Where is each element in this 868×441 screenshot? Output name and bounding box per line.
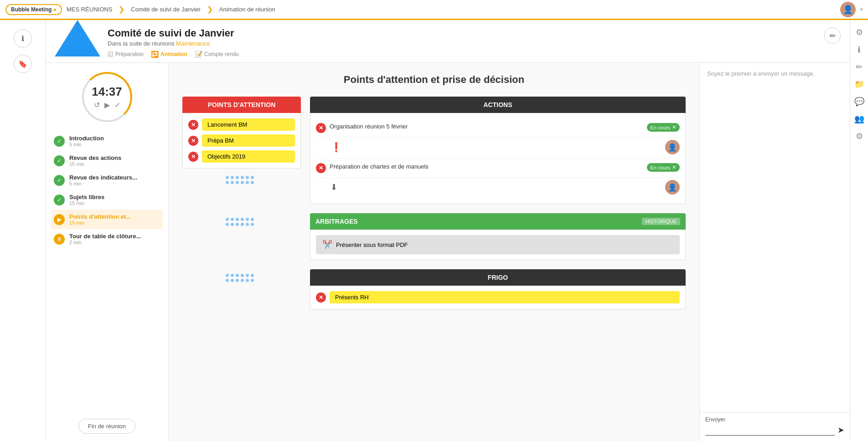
info-button[interactable]: ℹ: [14, 29, 32, 47]
nav-mes-reunions[interactable]: MES RÉUNIONS: [67, 6, 112, 13]
timer-display: 14:37: [92, 85, 122, 99]
attention-item-2: ✕ Prépa BM: [188, 134, 295, 147]
action-text-1: Organisation réunion 5 février: [330, 123, 643, 130]
top-navigation: Bubble Meeting ● MES RÉUNIONS ❯ Comité d…: [0, 0, 868, 20]
agenda-item-2[interactable]: ✓ Revue des actions 15 min: [51, 151, 163, 170]
dots-decoration-1: [226, 176, 258, 184]
agenda-item-title-5: Points d'attention et...: [69, 213, 160, 220]
main-content-title: Points d'attention et prise de décision: [182, 74, 686, 86]
timer-play-button[interactable]: ▶: [104, 101, 110, 109]
agenda-item-4[interactable]: ✓ Sujets libres 15 min: [51, 190, 163, 210]
chat-placeholder: Soyez le premier à envoyer un message.: [707, 70, 815, 77]
right-icons-panel: ⚙ ℹ ✏ 📁 💬 👥 ⚙: [850, 20, 868, 441]
agenda-check-1: ✓: [54, 136, 65, 147]
arb-text-1: Présenter sous format PDF: [336, 241, 408, 248]
edit-panel-icon[interactable]: ✏: [856, 62, 863, 72]
dots-decoration-3: [182, 269, 301, 309]
edit-button[interactable]: ✏: [824, 27, 841, 44]
actions-body: ✕ Organisation réunion 5 février En cour…: [310, 113, 686, 204]
agenda-item-time-5: 15 min: [69, 220, 160, 226]
action-warning-1: ❗: [331, 142, 342, 153]
left-sidebar: ℹ 🔖: [0, 20, 46, 441]
user-avatar[interactable]: 👤: [840, 2, 856, 17]
tab-preparation[interactable]: ☑ Préparation: [108, 51, 144, 58]
frigo-x-1: ✕: [316, 292, 326, 303]
main-row-1: POINTS D'ATTENTION ✕ Lancement BM ✕ Prép…: [182, 97, 686, 204]
arbitrages-panel: ARBITRAGES HISTORIQUE ✂️ Présenter sous …: [310, 213, 686, 260]
x-icon-1: ✕: [188, 120, 198, 130]
agenda-item-title-4: Sujets libres: [69, 194, 160, 200]
main-content: Points d'attention et prise de décision …: [169, 63, 699, 441]
attention-item-1: ✕ Lancement BM: [188, 118, 295, 131]
nav-animation[interactable]: Animation de réunion: [219, 6, 275, 13]
action-item-1: ✕ Organisation réunion 5 février En cour…: [316, 118, 680, 138]
agenda-check-6: ⏸: [54, 234, 65, 245]
frigo-panel: FRIGO ✕ Présents RH: [310, 269, 686, 309]
chat-panel: Soyez le premier à envoyer un message. E…: [699, 63, 850, 441]
attention-label-2: Prépa BM: [202, 134, 295, 147]
main-row-3: FRIGO ✕ Présents RH: [182, 269, 686, 309]
fin-reunion-button[interactable]: Fin de réunion: [78, 419, 135, 434]
folder-icon[interactable]: 📁: [854, 79, 864, 89]
suite-link[interactable]: Maintenance: [176, 40, 210, 47]
action-badge-1: En cours ✕: [647, 123, 680, 132]
meeting-title: Comité de suivi de Janvier: [108, 27, 239, 39]
meeting-tabs: ☑ Préparation 🔁 Animation 📝 Compte rendu: [108, 51, 239, 58]
timer-circle: 14:37 ↺ ▶ ✓: [82, 72, 132, 122]
attention-header: POINTS D'ATTENTION: [182, 97, 301, 113]
agenda-item-1[interactable]: ✓ Introduction 5 min: [51, 131, 163, 151]
app-logo[interactable]: Bubble Meeting ●: [5, 4, 62, 15]
center-panel: Comité de suivi de Janvier Dans la suite…: [46, 20, 850, 441]
timer-check-button[interactable]: ✓: [114, 101, 120, 109]
agenda-check-3: ✓: [54, 175, 65, 186]
x-icon-3: ✕: [188, 152, 198, 162]
meeting-subtitle: Dans la suite de réunions Maintenance: [108, 40, 239, 47]
nav-sep-2: ❯: [207, 5, 213, 14]
attention-label-3: Objectifs 2019: [202, 150, 295, 163]
frigo-label-1: Présents RH: [330, 291, 680, 303]
attention-panel: POINTS D'ATTENTION ✕ Lancement BM ✕ Prép…: [182, 97, 301, 169]
agenda-item-time-2: 15 min: [69, 161, 160, 167]
nav-comite[interactable]: Comité de suivi de Janvier: [131, 6, 200, 13]
x-icon-2: ✕: [188, 136, 198, 146]
chat-input-field[interactable]: [705, 425, 835, 436]
meeting-header: Comité de suivi de Janvier Dans la suite…: [46, 20, 850, 63]
gear-icon[interactable]: ⚙: [856, 131, 863, 141]
action-avatar-2: 👤: [665, 180, 680, 195]
agenda-item-time-4: 15 min: [69, 200, 160, 206]
action-download-2[interactable]: ⬇: [331, 182, 337, 192]
group-icon[interactable]: 👥: [854, 114, 864, 124]
agenda-check-4: ✓: [54, 195, 65, 205]
agenda-check-2: ✓: [54, 155, 65, 166]
chat-send-button[interactable]: ➤: [837, 425, 844, 435]
chat-icon[interactable]: 💬: [854, 97, 864, 107]
main-layout: ℹ 🔖 Comité de suivi de Janvier Dans la s…: [0, 20, 868, 441]
arbitrages-title: ARBITRAGES: [315, 218, 358, 225]
bookmark-button[interactable]: 🔖: [14, 55, 32, 73]
content-area: 14:37 ↺ ▶ ✓ ✓ Introduction 5 min: [46, 63, 850, 441]
arb-item-1: ✂️ Présenter sous format PDF: [316, 235, 680, 254]
agenda-item-6[interactable]: ⏸ Tour de table de clôture... 2 min: [51, 229, 163, 249]
info-icon[interactable]: ℹ: [858, 45, 861, 55]
left-col-decor: POINTS D'ATTENTION ✕ Lancement BM ✕ Prép…: [182, 97, 301, 204]
frigo-header: FRIGO: [310, 269, 686, 286]
settings-icon[interactable]: ⚙: [856, 27, 863, 37]
tab-animation[interactable]: 🔁 Animation: [151, 51, 187, 58]
agenda-item-3[interactable]: ✓ Revue des indicateurs... 5 min: [51, 170, 163, 190]
agenda-item-time-3: 5 min: [69, 181, 160, 186]
agenda-item-time-1: 5 min: [69, 142, 160, 147]
agenda-item-title-1: Introduction: [69, 135, 160, 142]
main-row-2: ARBITRAGES HISTORIQUE ✂️ Présenter sous …: [182, 213, 686, 260]
timer-reset-button[interactable]: ↺: [94, 101, 100, 109]
chat-message-area: Soyez le premier à envoyer un message.: [700, 63, 850, 412]
agenda-item-5[interactable]: ▶ Points d'attention et... 15 min: [51, 210, 163, 229]
actions-header: ACTIONS: [310, 97, 686, 113]
timer-section: 14:37 ↺ ▶ ✓: [46, 63, 168, 127]
user-dropdown-arrow[interactable]: ▾: [860, 7, 863, 12]
historique-btn[interactable]: HISTORIQUE: [642, 218, 680, 225]
tab-compte-rendu[interactable]: 📝 Compte rendu: [195, 51, 239, 58]
agenda-item-title-2: Revue des actions: [69, 154, 160, 161]
agenda-check-5: ▶: [54, 214, 65, 225]
dots-decoration-2: [182, 213, 301, 260]
arbitrages-header: ARBITRAGES HISTORIQUE: [310, 213, 686, 230]
